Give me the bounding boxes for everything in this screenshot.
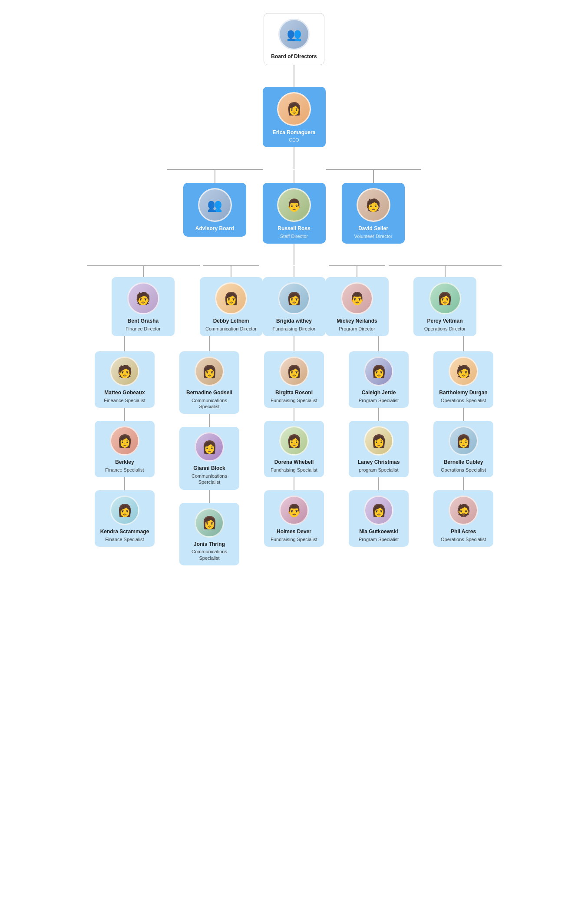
caleigh-role: Program Specialist <box>359 397 399 403</box>
board-of-directors-card[interactable]: 👥 Board of Directors <box>264 13 324 65</box>
connector-l2-l3 <box>294 244 294 265</box>
v-fund-1 <box>294 408 294 421</box>
mickey-card[interactable]: 👨 Mickey Neilands Program Director <box>326 277 389 336</box>
v-prog-2 <box>378 477 379 490</box>
ceo-node: 👩 Erica Romaguera CEO <box>263 87 326 169</box>
mickey-avatar: 👨 <box>341 282 373 314</box>
berkley-avatar: 👩 <box>110 426 139 456</box>
brigida-name: Brigida withey <box>276 318 312 325</box>
gianni-role: Communications Spercialist <box>184 473 235 486</box>
l3-percy: 👩 Percy Veltman Operations Director <box>389 265 502 336</box>
connector-root-ceo <box>294 65 294 87</box>
russell-card[interactable]: 👨 Russell Ross Staff Director <box>263 183 326 244</box>
v-brigida <box>294 266 294 277</box>
berkley-card[interactable]: 👩 Berkley Finance Specialist <box>95 421 155 477</box>
david-name: David Seller <box>358 225 388 232</box>
col3-program: 👩 Caleigh Jerde Program Specialist 👩 Lan… <box>337 336 421 547</box>
level3-row: 🧑 Bent Grasha Finance Director 👩 Debby L… <box>87 265 502 336</box>
bent-card[interactable]: 🧑 Bent Grasha Finance Director <box>112 277 175 336</box>
bartholemy-avatar: 🧑 <box>449 357 478 386</box>
bernadine-card[interactable]: 👩 Bernadine Godsell Communications Speci… <box>179 351 239 414</box>
ceo-name: Erica Romaguera <box>273 129 316 136</box>
col2-fundraising: 👩 Birgitta Rosoni Fundraising Specialist… <box>252 336 337 547</box>
level2-container: 👥 Advisory Board 👨 Russell Ross Staff Di… <box>167 169 421 244</box>
berkley-name: Berkley <box>115 459 134 466</box>
v-prog-1 <box>378 408 379 421</box>
laney-card[interactable]: 👩 Laney Christmas program Specialist <box>349 421 409 477</box>
bernelle-role: Operations Specialist <box>441 467 486 473</box>
jonis-name: Jonis Thring <box>194 541 225 548</box>
jonis-card[interactable]: 👩 Jonis Thring Communications Specialist <box>179 503 239 565</box>
v-mickey <box>357 266 357 277</box>
v-comms-2 <box>209 490 210 503</box>
bernelle-card[interactable]: 👩 Bernelle Cubley Operations Specialist <box>433 421 493 477</box>
debby-avatar: 👩 <box>215 282 247 314</box>
birgitta-avatar: 👩 <box>279 357 309 386</box>
nia-avatar: 👩 <box>364 495 393 525</box>
jonis-avatar: 👩 <box>195 508 224 538</box>
bent-role: Finance Director <box>126 326 161 332</box>
david-card[interactable]: 🧑 David Seller Volunteer Director <box>342 183 405 244</box>
bent-name: Bent Grasha <box>128 318 159 325</box>
percy-avatar: 👩 <box>429 282 461 314</box>
l3-mickey: 👨 Mickey Neilands Program Director <box>326 265 389 336</box>
level3-container: 🧑 Bent Grasha Finance Director 👩 Debby L… <box>87 265 502 336</box>
bernelle-avatar: 👩 <box>449 426 478 456</box>
holmes-name: Holmes Dever <box>277 528 311 535</box>
debby-name: Debby Lethem <box>213 318 249 325</box>
bent-avatar: 🧑 <box>127 282 159 314</box>
advisory-board-card[interactable]: 👥 Advisory Board <box>183 183 246 237</box>
jonis-role: Communications Specialist <box>184 548 235 561</box>
bartholemy-card[interactable]: 🧑 Bartholemy Durgan Operations Specialis… <box>433 351 493 408</box>
v-stub-david <box>373 170 374 183</box>
berkley-role: Finance Specialist <box>105 467 144 473</box>
matteo-name: Matteo Gobeaux <box>104 390 145 396</box>
level2-row: 👥 Advisory Board 👨 Russell Ross Staff Di… <box>167 169 421 244</box>
board-name: Board of Directors <box>271 53 317 60</box>
debby-card[interactable]: 👩 Debby Lethem Communication Director <box>200 277 263 336</box>
caleigh-card[interactable]: 👩 Caleigh Jerde Program Specialist <box>349 351 409 408</box>
phil-avatar: 🧔 <box>449 495 478 525</box>
phil-card[interactable]: 🧔 Phil Acres Operations Specialist <box>433 490 493 547</box>
laney-avatar: 👩 <box>364 426 393 456</box>
bernadine-avatar: 👩 <box>195 357 224 386</box>
holmes-card[interactable]: 👨 Holmes Dever Fundraising Specialist <box>264 490 324 547</box>
bernadine-name: Bernadine Godsell <box>186 390 232 396</box>
ceo-role: CEO <box>289 137 299 143</box>
kendra-card[interactable]: 👩 Kendra Scrammage Finance Specialist <box>95 490 155 547</box>
col4-operations: 🧑 Bartholemy Durgan Operations Specialis… <box>421 336 506 547</box>
brigida-role: Fundraising Director <box>272 326 315 332</box>
advisory-avatar: 👥 <box>198 188 232 222</box>
v-bent <box>143 266 144 277</box>
david-avatar: 🧑 <box>357 188 390 222</box>
phil-name: Phil Acres <box>451 528 476 535</box>
percy-card[interactable]: 👩 Percy Veltman Operations Director <box>413 277 476 336</box>
dorena-name: Dorena Whebell <box>274 459 314 466</box>
l3-bent: 🧑 Bent Grasha Finance Director <box>87 265 200 336</box>
mickey-role: Program Director <box>339 326 375 332</box>
brigida-card[interactable]: 👩 Brigida withey Fundraising Director <box>263 277 326 336</box>
russell-avatar: 👨 <box>277 188 311 222</box>
dorena-card[interactable]: 👩 Dorena Whebell Fundraising Specialist <box>264 421 324 477</box>
v-ops-2 <box>463 477 464 490</box>
holmes-avatar: 👨 <box>279 495 309 525</box>
matteo-card[interactable]: 🧑 Matteo Gobeaux Fineance Specialist <box>95 351 155 408</box>
org-chart: 👥 Board of Directors 👩 Erica Romaguera C… <box>0 0 588 578</box>
v-percy <box>445 266 446 277</box>
v-finance-top <box>124 336 125 351</box>
birgitta-role: Fundraising Specialist <box>271 397 317 403</box>
ceo-card[interactable]: 👩 Erica Romaguera CEO <box>263 87 326 148</box>
brigida-avatar: 👩 <box>278 282 310 314</box>
bernelle-name: Bernelle Cubley <box>444 459 483 466</box>
caleigh-avatar: 👩 <box>364 357 393 386</box>
specialists-container: 🧑 Matteo Gobeaux Fineance Specialist 👩 B… <box>83 336 506 565</box>
matteo-avatar: 🧑 <box>110 357 139 386</box>
birgitta-card[interactable]: 👩 Birgitta Rosoni Fundraising Specialist <box>264 351 324 408</box>
david-role: Volunteer Director <box>354 233 392 239</box>
kendra-role: Finance Specialist <box>105 536 144 542</box>
caleigh-name: Caleigh Jerde <box>362 390 396 396</box>
v-ops-1 <box>463 408 464 421</box>
nia-card[interactable]: 👩 Nia Gutkoewski Program Specialist <box>349 490 409 547</box>
russell-name: Russell Ross <box>277 225 310 232</box>
gianni-card[interactable]: 👩 Gianni Block Communications Spercialis… <box>179 427 239 489</box>
